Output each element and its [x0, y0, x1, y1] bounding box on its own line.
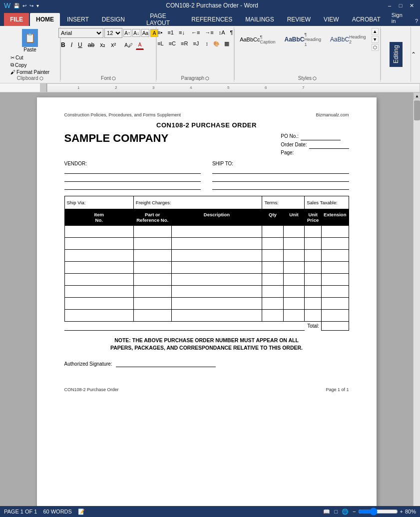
format-painter-icon: 🖌 — [10, 69, 15, 75]
title-bar-left: W 💾 ↩ ↪ ▾ — [4, 1, 39, 9]
styles-scroll-down-button[interactable]: ▼ — [372, 36, 379, 43]
scroll-thumb[interactable] — [414, 100, 420, 120]
font-color-button[interactable]: A — [136, 40, 144, 50]
styles-scroll-up-button[interactable]: ▲ — [372, 28, 379, 35]
decrease-indent-button[interactable]: ←≡ — [189, 28, 202, 37]
help-icon[interactable]: ? — [413, 16, 420, 26]
paste-label: Paste — [23, 47, 36, 52]
sort-button[interactable]: ↕A — [217, 28, 227, 37]
strikethrough-button[interactable]: ab — [85, 40, 97, 50]
note-line-1: NOTE: THE ABOVE PURCHASE ORDER NUMBER MU… — [64, 337, 349, 345]
quick-access-redo[interactable]: ↪ — [29, 3, 33, 8]
scroll-area[interactable]: Construction Policies, Procedures, and F… — [0, 92, 413, 517]
info-row: Ship Via: Freight Charges: Terms: Sales … — [64, 196, 349, 209]
align-center-button[interactable]: ≡C — [167, 39, 178, 48]
align-right-button[interactable]: ≡R — [179, 39, 190, 48]
ruler-mark-5: 5 — [227, 85, 229, 90]
po-info: PO No.: Order Date: Page: — [281, 132, 349, 157]
ribbon-collapse-button[interactable]: ⌃ — [411, 27, 418, 82]
tab-home[interactable]: HOME — [30, 13, 60, 26]
multilevel-list-button[interactable]: ≡↓ — [177, 28, 187, 37]
page-info: PAGE 1 OF 1 — [4, 509, 37, 515]
tab-mailings[interactable]: MAILINGS — [239, 13, 280, 26]
sales-tax-cell: Sales Taxable: — [305, 196, 349, 209]
numbered-list-button[interactable]: ≡1 — [165, 28, 176, 37]
ship-to-line-3 — [212, 184, 349, 190]
style-heading2[interactable]: AaBbC Heading 2 — [327, 32, 370, 47]
minimize-button[interactable]: – — [385, 1, 394, 9]
shading-button[interactable]: 🎨 — [211, 39, 221, 48]
bold-button[interactable]: B — [58, 40, 68, 50]
view-read-button[interactable]: 📖 — [323, 509, 330, 515]
zoom-out-button[interactable]: − — [353, 509, 356, 515]
cell-unit — [283, 286, 305, 298]
heading1-label: ¶ Heading 1 — [305, 32, 322, 47]
quick-access-save[interactable]: 💾 — [13, 3, 19, 8]
table-row — [64, 238, 349, 250]
paragraph-controls: ≡• ≡1 ≡↓ ←≡ →≡ ↕A ¶ ≡L ≡C ≡R ≡J ↕ 🎨 — [155, 28, 235, 49]
paste-button[interactable]: 📋 Paste — [20, 28, 40, 53]
subscript-button[interactable]: x₂ — [97, 40, 108, 50]
styles-expand-button[interactable]: ⬡ — [372, 44, 379, 51]
tab-review[interactable]: REVIEW — [281, 13, 317, 26]
style-heading1[interactable]: AaBbC ¶ Heading 1 — [281, 32, 325, 47]
vertical-scrollbar[interactable]: ▲ ▼ — [413, 92, 420, 517]
clipboard-expand-icon[interactable]: ⬡ — [39, 76, 43, 81]
styles-expand-icon[interactable]: ⬡ — [313, 76, 317, 81]
cell-price — [305, 286, 322, 298]
clear-format-button[interactable]: Aa — [141, 29, 149, 37]
cell-desc — [171, 310, 262, 322]
superscript-button[interactable]: x² — [108, 40, 118, 50]
underline-button[interactable]: U — [75, 40, 85, 50]
cell-ext — [322, 262, 349, 274]
view-print-button[interactable]: □ — [334, 509, 338, 515]
font-expand-icon[interactable]: ⬡ — [112, 76, 116, 81]
italic-button[interactable]: I — [68, 40, 75, 50]
quick-access-undo[interactable]: ↩ — [22, 3, 26, 8]
format-painter-button[interactable]: 🖌Format Painter — [9, 69, 51, 75]
cell-desc — [171, 286, 262, 298]
text-highlight-button[interactable]: A🖊 — [122, 40, 135, 50]
font-size-decrease-button[interactable]: A↓ — [132, 29, 140, 37]
tab-file[interactable]: FILE — [4, 13, 29, 26]
table-row — [64, 298, 349, 310]
tab-design[interactable]: DESIGN — [96, 13, 131, 26]
zoom-in-button[interactable]: + — [400, 509, 403, 515]
close-button[interactable]: ✕ — [407, 1, 416, 9]
bullet-list-button[interactable]: ≡• — [155, 28, 164, 37]
increase-indent-button[interactable]: →≡ — [203, 28, 215, 37]
align-left-button[interactable]: ≡L — [155, 39, 166, 48]
tab-references[interactable]: REFERENCES — [185, 13, 238, 26]
font-name-select[interactable]: Arial — [58, 28, 103, 38]
zoom-slider[interactable] — [358, 508, 398, 516]
paragraph-expand-icon[interactable]: ⬡ — [205, 76, 209, 81]
scroll-up-button[interactable]: ▲ — [414, 92, 420, 99]
justify-button[interactable]: ≡J — [191, 39, 201, 48]
border-button[interactable]: ▦ — [222, 39, 231, 48]
tab-acrobat[interactable]: ACROBAT — [346, 13, 387, 26]
company-name: SAMPLE COMPANY — [64, 132, 169, 145]
editing-group: Editing — [381, 27, 411, 82]
sign-in-link[interactable]: Sign in — [388, 10, 412, 26]
col-item-no: ItemNo. — [64, 209, 133, 226]
clipboard-group: 📋 Paste ✂Cut ⧉Copy 🖌Format Painter Clipb… — [0, 27, 60, 82]
collapse-ribbon-icon[interactable]: ⌃ — [411, 51, 416, 58]
tab-view[interactable]: VIEW — [318, 13, 345, 26]
maximize-button[interactable]: □ — [396, 1, 405, 9]
line-spacing-button[interactable]: ↕ — [203, 39, 210, 48]
cut-button[interactable]: ✂Cut — [9, 54, 51, 61]
font-controls: Arial 12 A↑ A↓ Aa A B I U ab x₂ x² — [58, 28, 158, 51]
order-date-line: Order Date: — [281, 140, 349, 149]
tab-page-layout[interactable]: PAGE LAYOUT — [132, 13, 184, 26]
copy-button[interactable]: ⧉Copy — [9, 61, 51, 68]
font-size-increase-button[interactable]: A↑ — [123, 29, 131, 37]
style-caption[interactable]: AaBbCc ¶ Caption — [236, 32, 279, 47]
zoom-percent: 80% — [405, 509, 416, 515]
editing-button[interactable]: Editing — [390, 42, 403, 67]
tab-insert[interactable]: INSERT — [61, 13, 95, 26]
view-web-button[interactable]: 🌐 — [342, 509, 349, 515]
font-size-select[interactable]: 12 — [104, 28, 122, 38]
vendor-label: VENDOR: — [64, 161, 87, 166]
proofing-icon[interactable]: 📝 — [78, 509, 85, 515]
document-title: CON108-2 PURCHASE ORDER — [64, 121, 349, 129]
